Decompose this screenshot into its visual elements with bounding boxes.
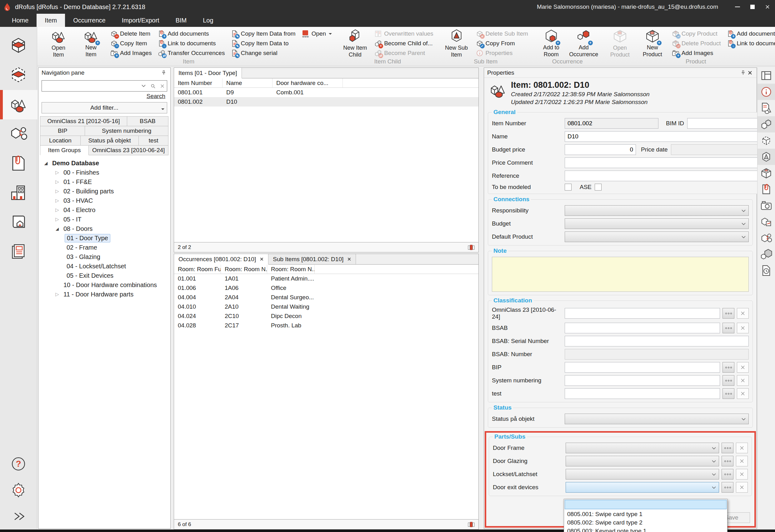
close-tab-button[interactable] xyxy=(260,257,264,261)
nav-tab-status-pa-objekt[interactable]: Status på objekt xyxy=(80,136,139,146)
open-product-button[interactable]: OpenProduct xyxy=(606,27,634,58)
tree-item-08-doors[interactable]: ◢08 - Doors xyxy=(38,224,170,233)
tree-item-02-building-parts[interactable]: ▷02 - Building parts xyxy=(38,186,170,196)
bim-tool-button[interactable] xyxy=(758,132,775,149)
responsibility-select[interactable] xyxy=(565,205,749,216)
info-tool-button[interactable] xyxy=(758,84,775,100)
dropdown-option[interactable]: 0805.002: Swipe card type 2 xyxy=(564,518,727,527)
lockset-latchset-lookup-button[interactable] xyxy=(722,469,733,480)
bsab-serial-input[interactable] xyxy=(565,336,749,346)
overwritten-values-button[interactable]: Overwritten values xyxy=(373,29,435,38)
add-to-room-button[interactable]: Add toRoom xyxy=(537,27,566,58)
documents-tool-button[interactable] xyxy=(758,181,775,197)
copy-item-data-to-button[interactable]: Copy Item Data to xyxy=(230,39,296,48)
tab-occurrence[interactable]: Occurrence xyxy=(65,14,113,27)
open-web-split-button[interactable]: wwwOpen xyxy=(300,29,333,38)
bim-id-input[interactable] xyxy=(687,118,762,129)
search-history-button[interactable] xyxy=(139,81,148,91)
expander-expanded-icon[interactable]: ◢ xyxy=(42,161,50,166)
close-button[interactable] xyxy=(760,0,775,14)
occurrence-row[interactable]: 04.0242C10Dipc Decon xyxy=(174,311,479,321)
price-comment-input[interactable] xyxy=(565,157,762,168)
new-product-button[interactable]: NewProduct xyxy=(638,27,667,58)
lockset-latchset-clear-button[interactable] xyxy=(736,469,748,480)
products-tool-button[interactable] xyxy=(758,165,775,181)
status-pa-objekt-select[interactable] xyxy=(565,414,749,424)
close-tab-button[interactable] xyxy=(347,257,351,261)
tree-item-03-glazing[interactable]: 03 - Glazing xyxy=(38,252,170,261)
expander-collapsed-icon[interactable]: ▷ xyxy=(53,198,62,203)
door-glazing-lookup-button[interactable] xyxy=(722,456,733,466)
expand-sidebar-button[interactable] xyxy=(0,503,37,530)
bsab-input[interactable] xyxy=(565,323,720,333)
column-header[interactable]: Room: Room Fu... xyxy=(174,265,221,274)
occurrences-tool-button[interactable] xyxy=(758,246,775,262)
help-button[interactable] xyxy=(0,451,37,477)
change-serial-button[interactable]: Change serial xyxy=(230,48,296,57)
bip-input[interactable] xyxy=(565,362,720,373)
item-children-tool-button[interactable] xyxy=(758,116,775,132)
occurrence-row[interactable]: 04.0282C17Prosth. Lab xyxy=(174,321,479,330)
delete-product-button[interactable]: Delete Product xyxy=(671,39,722,48)
door-frame-clear-button[interactable] xyxy=(736,443,748,453)
tree-item-04-electro[interactable]: ▷04 - Electro xyxy=(38,205,170,215)
test-lookup-button[interactable] xyxy=(723,388,734,399)
settings-button[interactable] xyxy=(0,477,37,503)
name-input[interactable] xyxy=(565,131,762,142)
copy-product-button[interactable]: Copy Product xyxy=(671,29,722,38)
to-be-modeled-checkbox[interactable] xyxy=(565,184,572,191)
images-tool-button[interactable] xyxy=(758,197,775,214)
expander-collapsed-icon[interactable]: ▷ xyxy=(53,207,62,213)
clear-search-button[interactable] xyxy=(157,81,167,91)
occurrences-tab[interactable]: Occurrences [0801.002: D10] xyxy=(174,254,268,265)
become-child-of-button[interactable]: Become Child of... xyxy=(373,39,435,48)
pin-button[interactable] xyxy=(160,69,167,76)
copy-from-button[interactable]: Copy From xyxy=(475,39,529,48)
add-documents-button[interactable]: Add documents xyxy=(156,29,226,38)
expander-collapsed-icon[interactable]: ▷ xyxy=(53,216,62,222)
become-parent-button[interactable]: Become Parent xyxy=(373,48,435,57)
search-input[interactable] xyxy=(42,82,139,89)
sidebar-item-rooms[interactable] xyxy=(0,31,37,61)
tree-item-01-door-type[interactable]: 01 - Door Type xyxy=(38,233,170,243)
nav-tab-system-numbering[interactable]: System numbering xyxy=(85,126,168,136)
expander-collapsed-icon[interactable]: ▷ xyxy=(53,291,62,297)
close-panel-button[interactable] xyxy=(747,69,753,76)
sub-items-tab[interactable]: Sub Items [0801.002: D10] xyxy=(268,254,356,265)
tab-bim[interactable]: BIM xyxy=(167,14,195,27)
sidebar-item-documents[interactable] xyxy=(0,149,37,178)
new-item-button[interactable]: NewItem xyxy=(77,27,105,58)
nav-tab-bip[interactable]: BIP xyxy=(40,126,85,136)
reference-input[interactable] xyxy=(565,171,762,181)
add-images-button[interactable]: Add Images xyxy=(109,48,153,57)
dropdown-option[interactable]: 0805.001: Swipe card type 1 xyxy=(564,510,727,518)
delete-sub-item-button[interactable]: Delete Sub Item xyxy=(475,29,529,38)
transfer-occurrences-button[interactable]: Transfer Occurrences xyxy=(156,48,226,57)
systems-tool-button[interactable] xyxy=(758,214,775,230)
expander-collapsed-icon[interactable]: ▷ xyxy=(53,179,62,185)
occurrence-row[interactable]: 01.0011A01Patient Admin.... xyxy=(174,274,479,283)
pin-button[interactable] xyxy=(740,69,747,76)
minimize-button[interactable] xyxy=(730,0,745,14)
sub-items-tool-button[interactable] xyxy=(758,149,775,165)
occurrence-row[interactable]: 01.0061A06Office xyxy=(174,283,479,293)
open-item-button[interactable]: OpenItem xyxy=(44,27,73,58)
sidebar-item-room-templates[interactable] xyxy=(0,61,37,90)
door-exit-devices-select[interactable] xyxy=(566,482,719,493)
nav-tab-omniclass23[interactable]: OmniClass 23 [2010-06-24] xyxy=(88,145,168,155)
sub-item-properties-button[interactable]: Properties xyxy=(475,48,529,57)
item-data-tool-button[interactable] xyxy=(758,100,775,116)
search-button[interactable] xyxy=(148,81,157,91)
column-chooser-icon[interactable] xyxy=(468,245,475,250)
nav-tab-location[interactable]: Location xyxy=(40,136,81,146)
expander-collapsed-icon[interactable]: ▷ xyxy=(53,188,62,194)
lockset-latchset-select[interactable] xyxy=(566,469,719,480)
column-header[interactable]: Name xyxy=(222,78,272,87)
bip-clear-button[interactable] xyxy=(737,362,749,373)
expander-collapsed-icon[interactable]: ▷ xyxy=(53,170,62,175)
add-occurrence-button[interactable]: AddOccurrence xyxy=(569,27,598,58)
test-clear-button[interactable] xyxy=(737,388,749,399)
search-link[interactable]: Search xyxy=(146,93,165,100)
column-header[interactable]: Item Number xyxy=(174,78,222,87)
door-frame-select[interactable] xyxy=(566,443,719,453)
